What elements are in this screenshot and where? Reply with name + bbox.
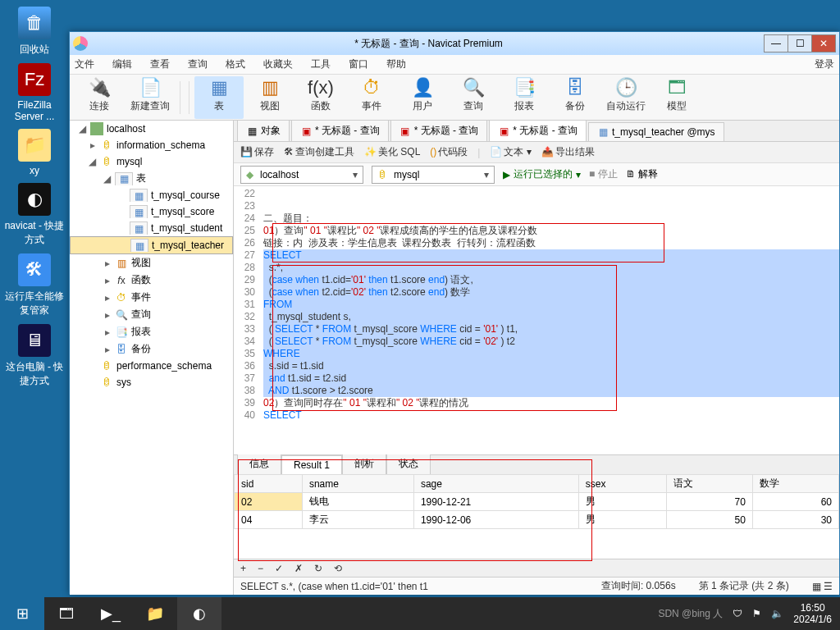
grid-ctrl[interactable]: ✓ xyxy=(275,563,283,574)
clock-date[interactable]: 2024/1/6 xyxy=(793,614,832,625)
menu-query[interactable]: 查询 xyxy=(188,57,208,71)
close-button[interactable]: ✕ xyxy=(811,34,836,52)
grid-ctrl[interactable]: − xyxy=(258,563,263,574)
taskbar-navicat[interactable]: ◐ xyxy=(177,597,221,630)
tab-profile[interactable]: 剖析 xyxy=(342,453,386,474)
system-tray[interactable]: SDN @bing 人 🛡 ⚑ 🔈 16:50 2024/1/6 xyxy=(658,602,840,625)
maximize-button[interactable]: ☐ xyxy=(788,34,812,52)
taskbar-powershell[interactable]: ▶_ xyxy=(89,597,133,630)
navicat-icon: ◐ xyxy=(18,183,51,216)
database-icon: 🛢 xyxy=(100,376,113,389)
export-button[interactable]: 📤导出结果 xyxy=(541,145,595,159)
menu-fav[interactable]: 收藏夹 xyxy=(263,57,293,71)
desktop-navicat-shortcut[interactable]: ◐navicat - 快捷方式 xyxy=(3,183,66,247)
form-mode-icon[interactable]: ☰ xyxy=(824,581,833,592)
grid-ctrl[interactable]: ⟲ xyxy=(334,563,342,574)
tree-db-mysql[interactable]: ◢🛢mysql xyxy=(70,153,233,170)
tray-volume-icon[interactable]: 🔈 xyxy=(771,608,783,619)
save-button[interactable]: 💾保存 xyxy=(240,145,274,159)
text-button[interactable]: 📄文本 ▾ xyxy=(490,145,531,159)
grid-ctrl[interactable]: + xyxy=(240,563,246,574)
tree-db-information-schema[interactable]: ▸🛢information_schema xyxy=(70,137,233,153)
toolbar-view[interactable]: ▥视图 xyxy=(245,76,294,119)
login-link[interactable]: 登录 xyxy=(815,57,834,71)
tree-views-folder[interactable]: ▸▥视图 xyxy=(70,254,233,272)
desktop-filezilla[interactable]: FzFileZilla Server ... xyxy=(3,63,66,122)
explain-button[interactable]: 🗎 解释 xyxy=(626,167,658,181)
tree-host[interactable]: ◢ localhost xyxy=(70,121,233,137)
tray-shield-icon[interactable]: 🛡 xyxy=(733,608,742,619)
tree-reports-folder[interactable]: ▸📑报表 xyxy=(70,323,233,340)
desktop-folder-xy[interactable]: 📁xy xyxy=(3,129,66,176)
tab-table-teacher[interactable]: ▦t_mysql_teacher @mys xyxy=(588,122,724,141)
table-icon: ▦ xyxy=(115,172,133,185)
menu-format[interactable]: 格式 xyxy=(226,57,245,71)
grid-mode-icon[interactable]: ▦ xyxy=(812,581,821,592)
table-icon: ▦ xyxy=(130,189,148,202)
query-builder-button[interactable]: 🛠查询创建工具 xyxy=(284,145,354,159)
tree-table-score[interactable]: ▦t_mysql_score xyxy=(70,203,233,220)
sql-editor[interactable]: 22232425262728293031323334353637383940二、… xyxy=(234,186,839,454)
tree-tables-folder[interactable]: ◢▦表 xyxy=(70,170,233,187)
database-select[interactable]: 🛢mysql▾ xyxy=(372,166,495,184)
tab-info[interactable]: 信息 xyxy=(237,453,281,474)
start-button[interactable]: ⊞ xyxy=(0,597,44,630)
stop-button[interactable]: ■ 停止 xyxy=(589,167,618,181)
tab-result-1[interactable]: Result 1 xyxy=(281,455,342,474)
toolbar-auto[interactable]: 🕒自动运行 xyxy=(601,76,651,119)
run-selected-button[interactable]: ▶运行已选择的 ▾ xyxy=(503,167,581,181)
grid-ctrl[interactable]: ✗ xyxy=(294,563,303,574)
tree-table-teacher[interactable]: ▦t_mysql_teacher xyxy=(70,236,233,254)
tree-events-folder[interactable]: ▸⏱事件 xyxy=(70,289,233,306)
titlebar[interactable]: * 无标题 - 查询 - Navicat Premium — ☐ ✕ xyxy=(70,32,839,55)
toolbar-table[interactable]: ▦表 xyxy=(194,76,244,119)
desktop: 🗑回收站 FzFileZilla Server ... 📁xy ◐navicat… xyxy=(0,0,69,591)
tree-functions-folder[interactable]: ▸fx函数 xyxy=(70,272,233,289)
tab-query-2[interactable]: ▣* 无标题 - 查询 xyxy=(390,121,488,141)
tab-objects[interactable]: ▦对象 xyxy=(237,121,290,141)
menu-window[interactable]: 窗口 xyxy=(349,57,368,71)
toolbar-new[interactable]: 📄新建查询 xyxy=(126,76,175,119)
tab-query-3[interactable]: ▣* 无标题 - 查询 xyxy=(489,121,587,141)
beautify-button[interactable]: ✨美化 SQL xyxy=(364,145,420,159)
text-icon: 📄 xyxy=(490,146,502,158)
menu-edit[interactable]: 编辑 xyxy=(112,57,132,71)
toolbar-bak[interactable]: 🗄备份 xyxy=(550,76,600,119)
toolbar-ev[interactable]: ⏱事件 xyxy=(347,76,396,119)
minimize-button[interactable]: — xyxy=(764,34,788,52)
connection-select[interactable]: ◆localhost▾ xyxy=(240,166,363,184)
taskbar-explorer[interactable]: 📁 xyxy=(133,597,177,630)
desktop-runtime-repair[interactable]: 🛠运行库全能修复管家 xyxy=(3,253,66,317)
clock-time[interactable]: 16:50 xyxy=(793,602,832,614)
desktop-recycle-bin[interactable]: 🗑回收站 xyxy=(3,7,66,57)
query-toolbar: 💾保存 🛠查询创建工具 ✨美化 SQL ()代码段 | 📄文本 ▾ 📤导出结果 xyxy=(234,142,839,163)
tree-backups-folder[interactable]: ▸🗄备份 xyxy=(70,340,233,358)
repair-icon: 🛠 xyxy=(18,253,51,286)
toolbar-plug[interactable]: 🔌连接 xyxy=(75,76,124,119)
tree-db-pschema[interactable]: 🛢performance_schema xyxy=(70,358,233,374)
tab-status[interactable]: 状态 xyxy=(386,453,431,474)
toolbar-fx[interactable]: f(x)函数 xyxy=(296,76,345,119)
menu-tools[interactable]: 工具 xyxy=(311,57,331,71)
toolbar-find[interactable]: 🔍查询 xyxy=(449,76,498,119)
menu-view[interactable]: 查看 xyxy=(150,57,170,71)
task-view-button[interactable]: 🗔 xyxy=(44,597,89,630)
code-snippet-button[interactable]: ()代码段 xyxy=(430,145,468,159)
tree-queries-folder[interactable]: ▸🔍查询 xyxy=(70,306,233,323)
connection-tree[interactable]: ◢ localhost ▸🛢information_schema ◢🛢mysql… xyxy=(70,121,234,595)
tab-query-1[interactable]: ▣* 无标题 - 查询 xyxy=(291,121,389,141)
toolbar-usr[interactable]: 👤用户 xyxy=(398,76,447,119)
save-icon: 💾 xyxy=(240,146,253,158)
menu-help[interactable]: 帮助 xyxy=(386,57,406,71)
result-grid[interactable]: sidsnamesagessex语文数学02钱电1990-12-21男70600… xyxy=(234,474,839,559)
desktop-this-pc[interactable]: 🖥这台电脑 - 快捷方式 xyxy=(3,324,66,388)
tree-table-student[interactable]: ▦t_mysql_student xyxy=(70,220,233,236)
tray-flag-icon[interactable]: ⚑ xyxy=(752,608,761,619)
database-icon: 🛢 xyxy=(100,139,113,152)
tree-db-sys[interactable]: 🛢sys xyxy=(70,374,233,390)
tree-table-course[interactable]: ▦t_mysql_course xyxy=(70,187,233,203)
toolbar-rep[interactable]: 📑报表 xyxy=(500,76,549,119)
grid-ctrl[interactable]: ↻ xyxy=(314,563,322,574)
menu-file[interactable]: 文件 xyxy=(75,57,94,71)
toolbar-model[interactable]: 🗔模型 xyxy=(652,76,701,119)
